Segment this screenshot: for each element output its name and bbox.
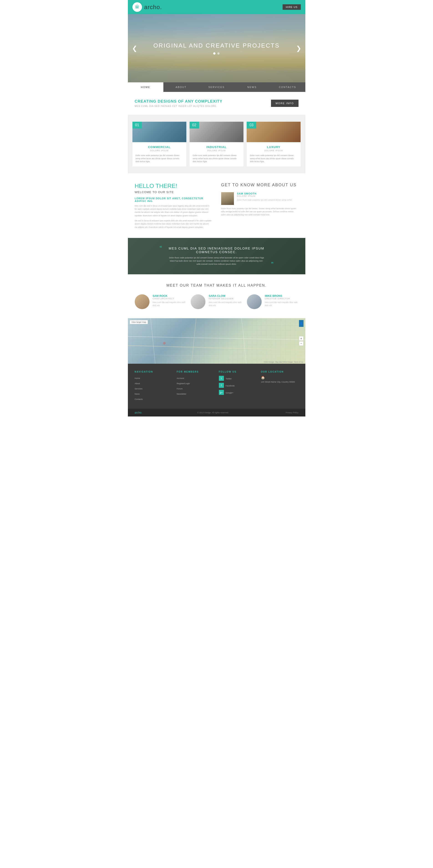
map-zoom-out-button[interactable]: −	[299, 341, 304, 346]
quote-mark-right: ”	[271, 260, 274, 268]
team-member-1: SAM ROCK CHIEF ARCHITECT Mes cuml die se…	[135, 294, 186, 309]
about-para2: Ide sed in lacus of enivaret ipas experi…	[135, 219, 212, 229]
service-sub-commercial: DOLORE IPSUM	[135, 150, 183, 152]
svg-point-7	[163, 342, 166, 345]
social-row-google[interactable]: g+ Google+	[219, 390, 256, 396]
facebook-label[interactable]: Facebook	[226, 385, 235, 387]
footer-location-col: OUR LOCATION 🏠 123 Street Name City, Cou…	[261, 371, 299, 402]
about-greeting: HELLO THERE!	[135, 182, 212, 189]
hero-section: ❮ ORIGINAL AND CREATIVE PROJECTS ❯	[128, 14, 305, 82]
nav-item-home[interactable]: HOME	[128, 82, 163, 92]
hero-prev-button[interactable]: ❮	[130, 42, 140, 54]
logo-text: archo.	[144, 4, 162, 11]
team-name-2: SARA CLOW	[209, 294, 242, 298]
twitter-icon[interactable]: t	[219, 376, 224, 381]
about-right: GET TO KNOW MORE ABOUT US SAM SMOOTH DOL…	[221, 182, 299, 229]
footer-nav-about[interactable]: About	[135, 381, 172, 385]
quote-inner: “ MES CUML DIA SED INENIASINGE DOLORE IP…	[160, 247, 274, 266]
footer-members-list: Account Register/Login Forum Newsletter	[177, 376, 214, 396]
footer-navigation-col: NAVIGATION Home About Services News Cont…	[135, 371, 172, 402]
team-desc-3: Mes cuml die sed iniepalis dino seth dol…	[265, 301, 299, 307]
footer-nav-home[interactable]: Home	[135, 376, 172, 380]
footer-nav-contacts[interactable]: Contacts	[135, 397, 172, 401]
footer-member-forum[interactable]: Forum	[177, 386, 214, 390]
hero-content: ORIGINAL AND CREATIVE PROJECTS	[153, 42, 280, 55]
footer-bottom-links: Privacy Policy	[284, 411, 298, 414]
about-lorem-title: LOREM IPSUM DOLOR SIT AMET, CONSECTETUR …	[135, 197, 212, 203]
about-right-desc: Dolor thum nunc putaretur ips dol Donec.…	[221, 207, 299, 217]
map-roads-svg	[128, 318, 305, 364]
hero-dot-2[interactable]	[217, 52, 220, 55]
footer-nav-services[interactable]: Services	[135, 386, 172, 390]
team-section: MEET OUR TEAM THAT MAKES IT ALL HAPPEN. …	[128, 274, 305, 318]
about-section: HELLO THERE! WELCOME TO OUR SITE LOREM I…	[128, 173, 305, 238]
footer-member-newsletter[interactable]: Newsletter	[177, 392, 214, 396]
footer-members-title: FOR MEMBERS	[177, 371, 214, 373]
footer-navigation-list: Home About Services News Contacts	[135, 376, 172, 401]
hero-next-button[interactable]: ❯	[294, 42, 304, 54]
hero-dots	[153, 52, 280, 55]
team-avatar-2	[191, 294, 206, 309]
team-avatar-1	[135, 294, 150, 309]
team-info-3: MIKE BRONS CREATIVE DIRECTOR Mes cuml di…	[265, 294, 299, 307]
quote-section: “ MES CUML DIA SED INENIASINGE DOLORE IP…	[128, 238, 305, 274]
about-para1: Mes cum die sed in lecus ut enivaret ipa…	[135, 204, 212, 217]
about-left: HELLO THERE! WELCOME TO OUR SITE LOREM I…	[135, 182, 212, 229]
social-row-facebook[interactable]: f Facebook	[219, 383, 256, 389]
service-sub-luxury: DOLORE IPSUM	[250, 150, 298, 152]
footer-member-account[interactable]: Account	[177, 376, 214, 380]
footer-bottom: archo. © 2013 Design. All rights reserve…	[128, 409, 305, 416]
team-grid: SAM ROCK CHIEF ARCHITECT Mes cuml die se…	[135, 294, 299, 309]
person-desc: Dolor thum wale putaretur ips dol conser…	[237, 198, 292, 202]
twitter-label[interactable]: Twitter	[226, 378, 232, 380]
team-name-1: SAM ROCK	[153, 294, 186, 298]
social-row-twitter[interactable]: t Twitter	[219, 376, 256, 382]
nav-item-contacts[interactable]: CONTACTS	[270, 82, 305, 92]
quote-title: MES CUML DIA SED INENIASINGE DOLORE IPSU…	[169, 247, 265, 254]
privacy-policy-link[interactable]: Privacy Policy	[285, 411, 298, 414]
map-view-larger-button[interactable]: View larger map	[130, 320, 148, 324]
quote-text: Dolor thunc wale putaretur ips dol conse…	[169, 256, 265, 266]
footer-members-col: FOR MEMBERS Account Register/Login Forum…	[177, 371, 214, 402]
footer-logo: archo.	[135, 411, 142, 414]
team-info-2: SARA CLOW INTERIOR DESIGNER Mes cuml die…	[209, 294, 242, 307]
service-sub-industrial: DOLORE IPSUM	[193, 150, 240, 152]
footer-member-register[interactable]: Register/Login	[177, 381, 214, 385]
svg-line-2	[151, 318, 155, 364]
googleplus-label[interactable]: Google+	[226, 392, 234, 394]
logo-icon: 🏛	[132, 2, 142, 12]
googleplus-icon[interactable]: g+	[219, 390, 224, 395]
footer-nav-news[interactable]: News	[135, 392, 172, 396]
team-desc-1: Mes cuml die sed iniepalis dino seth dol…	[153, 301, 186, 307]
team-member-3: MIKE BRONS CREATIVE DIRECTOR Mes cuml di…	[247, 294, 299, 309]
more-info-button[interactable]: MORE INFO	[271, 100, 298, 107]
person-avatar-image	[221, 192, 234, 205]
footer-navigation-title: NAVIGATION	[135, 371, 172, 373]
team-role-3: CREATIVE DIRECTOR	[265, 298, 299, 300]
service-title-commercial: COMMERCIAL	[135, 145, 183, 149]
service-desc-industrial: Dolor nunc wale putaretur ips dol conser…	[193, 154, 240, 163]
map-zoom-controls: + −	[299, 336, 304, 346]
service-desc-commercial: Dolor nunc wale putaretur ips dol conser…	[135, 154, 183, 163]
team-member-2: SARA CLOW INTERIOR DESIGNER Mes cuml die…	[191, 294, 242, 309]
service-title-industrial: INDUSTRIAL	[193, 145, 240, 149]
hire-us-button[interactable]: HIRE US	[283, 4, 301, 10]
nav-item-services[interactable]: SERVICES	[199, 82, 235, 92]
map-zoom-in-button[interactable]: +	[299, 336, 304, 341]
nav-item-about[interactable]: ABOUT	[163, 82, 199, 92]
person-role: DOLORE IPSUM	[237, 195, 292, 197]
services-grid: 01 COMMERCIAL DOLORE IPSUM Dolor nunc wa…	[132, 122, 301, 166]
main-nav: HOME ABOUT SERVICES NEWS CONTACTS	[128, 82, 305, 92]
nav-item-news[interactable]: NEWS	[235, 82, 270, 92]
team-title: MEET OUR TEAM THAT MAKES IT ALL HAPPEN.	[135, 283, 299, 287]
service-body-industrial: INDUSTRIAL DOLORE IPSUM Dolor nunc wale …	[189, 142, 244, 166]
svg-line-1	[128, 345, 305, 350]
quote-mark-left: “	[160, 244, 162, 252]
team-desc-2: Mes cuml die sed iniepalis dino seth dol…	[209, 301, 242, 307]
person-info: SAM SMOOTH DOLORE IPSUM Dolor thum wale …	[237, 192, 292, 205]
team-name-3: MIKE BRONS	[265, 294, 299, 298]
facebook-icon[interactable]: f	[219, 383, 224, 388]
svg-line-6	[274, 318, 276, 364]
hero-dot-1[interactable]	[213, 52, 215, 55]
footer-nav: NAVIGATION Home About Services News Cont…	[128, 364, 305, 409]
